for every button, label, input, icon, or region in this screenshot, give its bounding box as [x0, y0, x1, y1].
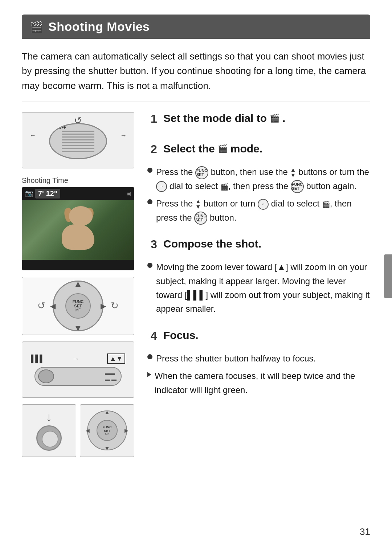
bullet-dot-2 — [147, 199, 152, 204]
step-4-heading: Focus. — [163, 329, 199, 342]
bullet-dot-1 — [147, 168, 152, 173]
func-set-button-inline-3: FUNCSET — [194, 212, 207, 225]
step-4-number: 4 — [147, 329, 160, 343]
focus-dial-image: ▲ ▼ ◀ ▶ FUNC SET MF — [80, 404, 134, 457]
func-set-button-inline-2: FUNCSET — [291, 180, 304, 193]
intro-text: The camera can automatically select all … — [22, 49, 370, 93]
func-set-dial-image: ↺ ▲ ▼ ◀ ▶ FUNC SET MF — [22, 277, 134, 335]
ud-arrows-inline-2: ▲▼ — [195, 199, 201, 209]
step-2-section: 2 Select the 🎬 mode. Press the FUNCSET b… — [147, 143, 370, 225]
page-title: Shooting Movies — [48, 20, 150, 34]
bullet-triangle-1 — [147, 372, 151, 377]
ud-arrows-inline-1: ▲▼ — [290, 167, 296, 178]
bullet-dot-4 — [147, 354, 152, 359]
shooting-time-label: Shooting Time — [22, 176, 134, 185]
zoom-lever-image: ▌▌▌ → ▲▼ ▬▬▬ ▬ — [22, 342, 134, 398]
divider — [22, 102, 370, 102]
step-3-heading: Compose the shot. — [163, 238, 261, 250]
mode-dial-image: ↺ ON/OFF ← → — [22, 112, 134, 168]
focus-images: ↓ ▲ ▼ ◀ ▶ FUNC SET — [22, 404, 134, 457]
main-content: ↺ ON/OFF ← → Shooting Time 📷 7' 12" ▣ — [22, 112, 370, 463]
dial-inline-1: ○ — [156, 181, 167, 192]
steps-column: 1 Set the mode dial to 🎬. 2 Select the 🎬… — [134, 112, 370, 463]
step-2-number: 2 — [147, 143, 160, 156]
func-set-button-inline-1: FUNCSET — [195, 166, 208, 179]
illustration-column: ↺ ON/OFF ← → Shooting Time 📷 7' 12" ▣ — [22, 112, 134, 463]
step-4-body: Press the shutter button halfway to focu… — [147, 352, 370, 397]
step-3-section: 3 Compose the shot. Moving the zoom leve… — [147, 238, 370, 316]
page-number: 31 — [360, 526, 370, 537]
dog-photo-image: 📷 7' 12" ▣ — [22, 187, 134, 270]
step-2-heading: Select the 🎬 mode. — [163, 143, 262, 155]
step-4-text-2: When the camera focuses, it will beep tw… — [155, 369, 370, 397]
dial-inline-2: ○ — [258, 199, 269, 210]
bullet-dot-3 — [147, 263, 152, 268]
step-4-section: 4 Focus. Press the shutter button halfwa… — [147, 329, 370, 397]
movie-camera-icon: 🎬 — [30, 20, 43, 33]
shutter-press-image: ↓ — [22, 404, 76, 457]
sidebar-tab — [384, 254, 392, 298]
step-3-body: Moving the zoom lever toward [▲] will zo… — [147, 260, 370, 316]
step-1-heading: Set the mode dial to 🎬. — [163, 112, 285, 124]
step-4-text-1: Press the shutter button halfway to focu… — [156, 352, 316, 365]
step-1-section: 1 Set the mode dial to 🎬. — [147, 112, 370, 130]
step-3-number: 3 — [147, 238, 160, 251]
page-header: 🎬 Shooting Movies — [22, 15, 370, 39]
step-2-body: Press the FUNCSET button, then use the ▲… — [147, 165, 370, 225]
step-1-number: 1 — [147, 112, 160, 126]
step-3-text: Moving the zoom lever toward [▲] will zo… — [156, 260, 370, 316]
